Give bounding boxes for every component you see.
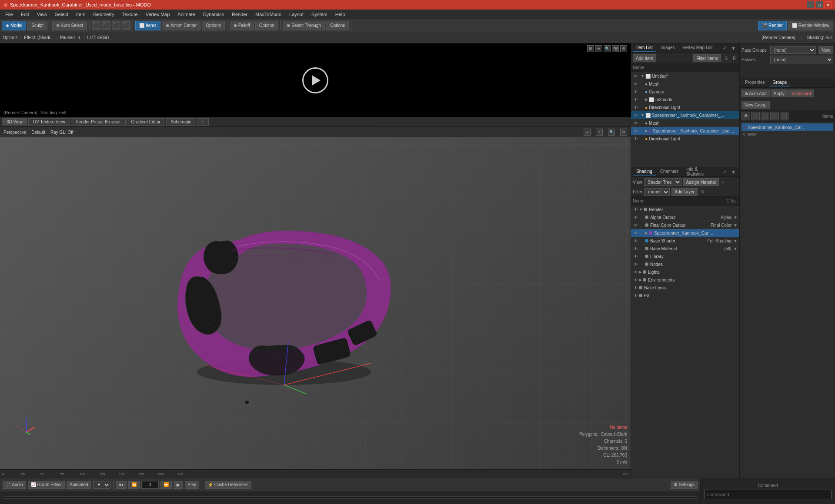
menu-system[interactable]: System bbox=[308, 11, 331, 18]
eye-icon-7[interactable]: 👁 bbox=[633, 120, 639, 126]
tab-info-statistics[interactable]: Info & Statistics bbox=[683, 166, 719, 178]
discard-button[interactable]: ✕ Discard bbox=[788, 90, 814, 97]
command-input[interactable] bbox=[704, 490, 832, 499]
eye-fx[interactable]: 👁 bbox=[633, 292, 639, 298]
items-button[interactable]: ⬜ Items bbox=[135, 21, 160, 30]
shader-row-alpha[interactable]: 👁 Alpha Output Alpha ▼ bbox=[631, 213, 739, 221]
menu-select[interactable]: Select bbox=[51, 11, 72, 18]
shader-row-base-shader[interactable]: 👁 Base Shader Full Shading ▼ bbox=[631, 237, 739, 245]
group-icon-btn-2[interactable]: ⬛ bbox=[751, 112, 760, 120]
eye-icon-6[interactable]: 👁 bbox=[633, 112, 639, 118]
tree-item-speedrunner[interactable]: 👁 ▼ ⬜ Speedrunner_Kanhook_Carabiner_... bbox=[631, 111, 739, 119]
menu-help[interactable]: Help bbox=[332, 11, 349, 18]
eye-lights[interactable]: 👁 bbox=[633, 269, 639, 275]
eye-bake[interactable]: 👁 bbox=[633, 285, 639, 291]
menu-animate[interactable]: Animate bbox=[174, 11, 198, 18]
tab-item-list[interactable]: Item List bbox=[633, 44, 656, 52]
animated-button[interactable]: Animated bbox=[67, 481, 91, 489]
arrow-speedrunner-obj[interactable]: ▶ bbox=[645, 129, 648, 133]
eye-alpha[interactable]: 👁 bbox=[633, 214, 639, 220]
eye-render[interactable]: 👁 bbox=[633, 206, 639, 212]
menu-geometry[interactable]: Geometry bbox=[90, 11, 117, 18]
shader-row-speedrunner-mat[interactable]: 👁 ▶ Speedrunner_Kanhook_Car ... bbox=[631, 229, 739, 237]
eye-icon-9[interactable]: 👁 bbox=[633, 136, 639, 142]
eye-icon-1[interactable]: 👁 bbox=[633, 73, 639, 79]
shading-content[interactable]: 👁 ▼ Render 👁 Alpha Output Alpha ▼ 👁 bbox=[631, 206, 739, 478]
eye-base-shader[interactable]: 👁 bbox=[633, 238, 639, 244]
shading-options-icon[interactable]: ▼ bbox=[729, 169, 738, 175]
menu-texture[interactable]: Texture bbox=[119, 11, 141, 18]
tab-properties[interactable]: Properties bbox=[741, 79, 768, 86]
menu-render[interactable]: Render bbox=[228, 11, 251, 18]
eye-final-color[interactable]: 👁 bbox=[633, 222, 639, 228]
tab-vertex-map-list[interactable]: Vertex Map List bbox=[679, 44, 716, 52]
eye-icon-3[interactable]: 👁 bbox=[633, 89, 639, 95]
tab-schematic[interactable]: Schematic bbox=[166, 118, 196, 126]
shader-row-fx[interactable]: 👁 FX bbox=[631, 292, 739, 299]
cache-deformers-button[interactable]: ⚡ Cache Deformers bbox=[205, 481, 251, 489]
select-through-button[interactable]: ⊕ Select Through bbox=[283, 21, 325, 30]
filter-select[interactable]: (none) bbox=[644, 188, 670, 196]
base-material-dropdown[interactable]: ▼ bbox=[733, 246, 738, 251]
base-shader-dropdown[interactable]: ▼ bbox=[733, 239, 738, 243]
play-label-button[interactable]: Play bbox=[185, 481, 199, 489]
group-icon-btn-1[interactable]: 👁 bbox=[741, 112, 750, 120]
auto-select-button[interactable]: ⊕ Auto Select bbox=[52, 21, 87, 30]
options-button-3[interactable]: Options bbox=[326, 21, 349, 30]
viewport-3d[interactable]: Perspective Default Ray GL: Off ⊞ ✛ 🔍 ⚙ bbox=[0, 127, 631, 469]
arrow-lights[interactable]: ▶ bbox=[639, 270, 642, 274]
preview-camera-icon[interactable]: 📷 bbox=[612, 45, 619, 52]
apply-button[interactable]: Apply bbox=[771, 90, 788, 97]
eye-speedrunner-mat[interactable]: 👁 bbox=[633, 230, 639, 236]
tree-item-untitled[interactable]: 👁 ▼ ⬜ Untitled* bbox=[631, 72, 739, 80]
filter-items-button[interactable]: Filter Items bbox=[693, 54, 721, 62]
tab-shading[interactable]: Shading bbox=[633, 168, 656, 176]
step-back-button[interactable]: ⏪ bbox=[128, 481, 140, 489]
tree-item-mesh-2[interactable]: 👁 ● Mesh bbox=[631, 119, 739, 127]
menu-view[interactable]: View bbox=[33, 11, 51, 18]
close-button[interactable]: ✕ bbox=[825, 1, 832, 8]
sculpt-mode-button[interactable]: Sculpt bbox=[27, 21, 47, 30]
tab-3d-view[interactable]: 3D View bbox=[2, 118, 27, 126]
group-icon-btn-4[interactable]: ⬛ bbox=[770, 112, 779, 120]
assign-material-button[interactable]: Assign Material bbox=[683, 178, 719, 186]
tb-icon-1[interactable]: ⬛ bbox=[92, 21, 100, 30]
arrow-speedrunner-mat[interactable]: ▶ bbox=[645, 231, 648, 235]
goto-start-button[interactable]: ⏮ bbox=[116, 481, 127, 489]
alpha-dropdown[interactable]: ▼ bbox=[733, 215, 738, 220]
tree-item-light-1[interactable]: 👁 ● Directional Light bbox=[631, 103, 739, 111]
panel-options-icon[interactable]: ▼ bbox=[729, 46, 738, 51]
pass-groups-select[interactable]: (none) bbox=[770, 46, 816, 54]
viewport-settings-icon[interactable]: ⚙ bbox=[620, 129, 627, 136]
add-item-button[interactable]: Add Item bbox=[633, 54, 656, 62]
tab-gradient-editor[interactable]: Gradient Editor bbox=[127, 118, 165, 126]
render-button[interactable]: 🎬 Render bbox=[758, 21, 787, 30]
preview-search-icon[interactable]: 🔍 bbox=[604, 45, 611, 52]
maximize-button[interactable]: □ bbox=[816, 1, 823, 8]
preview-play-button[interactable] bbox=[302, 67, 328, 93]
shader-row-final-color[interactable]: 👁 Final Color Output Final Color ▼ bbox=[631, 221, 739, 229]
preview-cursor-icon[interactable]: ✛ bbox=[595, 45, 602, 52]
menu-item[interactable]: Item bbox=[73, 11, 89, 18]
eye-icon-8[interactable]: 👁 bbox=[633, 128, 639, 134]
render-window-button[interactable]: ⬜ Render Window bbox=[788, 21, 833, 30]
play-button[interactable]: ▶ bbox=[174, 481, 183, 489]
group-item-speedrunner[interactable]: ● Speedrunner_Kanhook_Car... bbox=[741, 123, 833, 131]
shader-row-library[interactable]: 👁 Library bbox=[631, 252, 739, 260]
audio-button[interactable]: 🎵 Audio bbox=[3, 481, 26, 489]
preview-grid-icon[interactable]: ⊞ bbox=[587, 45, 594, 52]
new-group-button[interactable]: New Group bbox=[741, 101, 770, 109]
tab-groups[interactable]: Groups bbox=[769, 79, 791, 86]
passes-select[interactable]: (none) bbox=[770, 56, 833, 63]
final-color-dropdown[interactable]: ▼ bbox=[733, 223, 738, 228]
groups-content[interactable]: ● Speedrunner_Kanhook_Car... 0 Items bbox=[740, 122, 835, 478]
expand-icon[interactable]: ⤢ bbox=[721, 45, 728, 51]
arrow-render[interactable]: ▼ bbox=[639, 207, 643, 212]
animated-select[interactable]: ▼ bbox=[93, 481, 110, 489]
viewport-grid-icon[interactable]: ⊞ bbox=[584, 129, 591, 136]
eye-environments[interactable]: 👁 bbox=[633, 277, 639, 283]
model-mode-button[interactable]: ◈ Model bbox=[2, 21, 26, 30]
group-icon-btn-3[interactable]: ⬛ bbox=[761, 112, 769, 120]
tree-item-m2modo[interactable]: 👁 ▶ ⬜ m2modo bbox=[631, 96, 739, 103]
options-button-1[interactable]: Options bbox=[202, 21, 224, 30]
